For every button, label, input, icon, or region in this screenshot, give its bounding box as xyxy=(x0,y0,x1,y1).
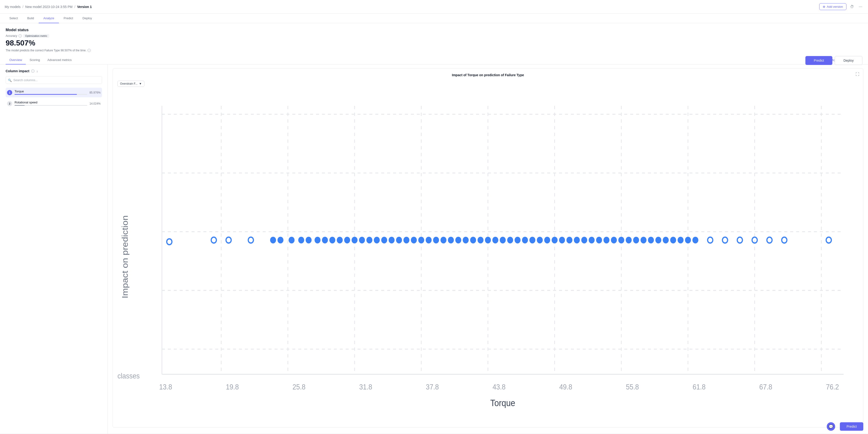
svg-point-79 xyxy=(604,237,609,243)
svg-point-33 xyxy=(226,237,231,243)
svg-point-87 xyxy=(663,237,668,243)
sub-tabs-row: Overview Scoring Advanced metrics 📊 Mode… xyxy=(0,56,868,64)
tab-build[interactable]: Build xyxy=(23,13,39,23)
svg-point-50 xyxy=(389,237,394,243)
svg-point-36 xyxy=(278,237,283,243)
accuracy-label: Accuracy i Optimization metric xyxy=(6,34,862,38)
accuracy-info-icon[interactable]: i xyxy=(19,34,22,37)
chart-svg-wrap: Impact on prediction xyxy=(118,89,858,425)
svg-point-61 xyxy=(471,237,476,243)
history-button[interactable]: ⏱ xyxy=(849,4,855,10)
svg-text:31.8: 31.8 xyxy=(359,383,372,391)
predict-button[interactable]: Predict xyxy=(805,56,833,65)
search-input[interactable] xyxy=(6,76,102,84)
svg-point-85 xyxy=(648,237,653,243)
breadcrumb-version: Version 1 xyxy=(77,5,92,9)
svg-point-45 xyxy=(352,237,357,243)
svg-point-89 xyxy=(678,237,683,243)
sub-tab-scoring[interactable]: Scoring xyxy=(26,56,43,64)
svg-point-80 xyxy=(611,237,616,243)
more-options-button[interactable]: ⋯ xyxy=(858,3,863,10)
class-dropdown[interactable]: Overstrain F... ▼ xyxy=(118,81,145,87)
chart-svg: Impact on prediction xyxy=(118,89,858,425)
column-name-torque: Torque xyxy=(14,90,87,93)
column-item-torque[interactable]: 1 Torque 85.976% xyxy=(6,88,102,97)
chat-icon-button[interactable]: 💬 xyxy=(827,422,835,431)
desc-info-icon[interactable]: i xyxy=(88,49,91,52)
svg-point-47 xyxy=(367,237,372,243)
svg-point-96 xyxy=(767,237,772,243)
svg-text:55.8: 55.8 xyxy=(626,383,639,391)
svg-point-32 xyxy=(211,237,216,243)
svg-point-76 xyxy=(582,237,587,243)
svg-point-48 xyxy=(374,237,379,243)
svg-point-40 xyxy=(315,237,320,243)
tab-analyze[interactable]: Analyze xyxy=(39,13,59,23)
svg-point-73 xyxy=(559,237,565,243)
svg-point-51 xyxy=(397,237,402,243)
svg-point-39 xyxy=(306,237,311,243)
accuracy-value: 98.507% xyxy=(6,39,862,48)
svg-point-55 xyxy=(426,237,431,243)
tab-select[interactable]: Select xyxy=(5,13,23,23)
search-box: 🔍 xyxy=(6,76,102,84)
add-version-button[interactable]: ⊕ Add version xyxy=(819,3,846,10)
svg-point-93 xyxy=(722,237,727,243)
svg-point-35 xyxy=(271,237,276,243)
svg-text:All other classes: All other classes xyxy=(118,372,140,380)
svg-point-71 xyxy=(545,237,550,243)
expand-icon[interactable]: ⛶ xyxy=(856,72,859,76)
bottom-predict-button[interactable]: Predict xyxy=(840,422,863,431)
svg-text:19.8: 19.8 xyxy=(226,383,239,391)
svg-point-67 xyxy=(515,237,520,243)
svg-point-42 xyxy=(330,237,335,243)
sub-tab-overview[interactable]: Overview xyxy=(6,56,26,64)
svg-point-97 xyxy=(782,237,787,243)
svg-point-69 xyxy=(530,237,535,243)
column-bar-wrap-rotational-speed xyxy=(14,105,87,106)
svg-text:61.8: 61.8 xyxy=(693,383,706,391)
breadcrumb-my-models[interactable]: My models xyxy=(5,5,21,9)
sub-tabs: Overview Scoring Advanced metrics xyxy=(6,56,75,64)
right-panel: Impact of Torque on prediction of Failur… xyxy=(108,64,868,434)
svg-point-49 xyxy=(382,237,387,243)
svg-text:25.8: 25.8 xyxy=(292,383,306,391)
column-info-rotational-speed: Rotational speed xyxy=(14,101,87,106)
svg-text:Impact on prediction: Impact on prediction xyxy=(120,215,129,298)
sub-tab-advanced-metrics[interactable]: Advanced metrics xyxy=(43,56,75,64)
column-impact-title: Column impact xyxy=(6,69,29,73)
chart-container: Impact of Torque on prediction of Failur… xyxy=(113,68,863,428)
svg-point-70 xyxy=(537,237,542,243)
svg-text:43.8: 43.8 xyxy=(493,383,505,391)
sort-icon[interactable]: ↓ xyxy=(36,69,38,73)
model-status-title: Model status xyxy=(6,28,862,32)
svg-text:13.8: 13.8 xyxy=(159,383,172,391)
svg-point-57 xyxy=(441,237,446,243)
accuracy-description: The model predicts the correct Failure T… xyxy=(6,49,862,52)
breadcrumb-new-model[interactable]: New model 2023-10-24 3:55 PM xyxy=(25,5,73,9)
tab-predict[interactable]: Predict xyxy=(59,13,78,23)
svg-point-54 xyxy=(419,237,424,243)
svg-point-74 xyxy=(567,237,572,243)
svg-point-66 xyxy=(507,237,513,243)
column-bar-torque xyxy=(14,94,77,95)
svg-point-83 xyxy=(633,237,639,243)
svg-point-77 xyxy=(589,237,594,243)
column-item-rotational-speed[interactable]: 2 Rotational speed 14.024% xyxy=(6,99,102,108)
svg-point-34 xyxy=(248,237,253,243)
optimization-badge: Optimization metric xyxy=(23,34,49,38)
svg-text:37.8: 37.8 xyxy=(426,383,439,391)
model-status-section: Model status Accuracy i Optimization met… xyxy=(0,23,868,56)
svg-point-88 xyxy=(671,237,676,243)
column-bar-wrap-torque xyxy=(14,94,87,95)
column-impact-info-icon[interactable]: i xyxy=(31,69,34,73)
column-pct-rotational-speed: 14.024% xyxy=(90,102,101,105)
svg-point-91 xyxy=(693,237,698,243)
column-rank-1: 1 xyxy=(7,90,12,95)
deploy-button[interactable]: Deploy xyxy=(835,56,862,65)
column-pct-torque: 85.976% xyxy=(90,91,101,94)
svg-point-59 xyxy=(456,237,461,243)
search-icon: 🔍 xyxy=(8,78,12,82)
tab-deploy[interactable]: Deploy xyxy=(78,13,97,23)
svg-point-86 xyxy=(656,237,661,243)
